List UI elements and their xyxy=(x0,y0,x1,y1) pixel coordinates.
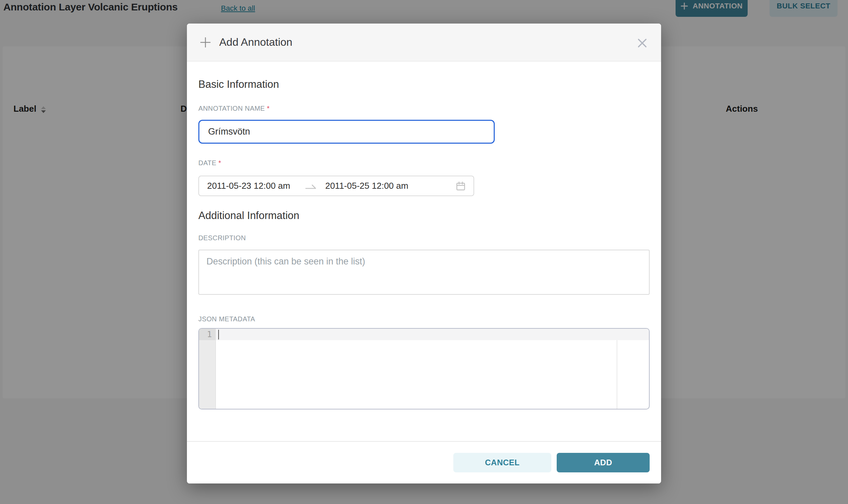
editor-line-number: 1 xyxy=(199,329,216,340)
editor-gutter xyxy=(199,329,216,409)
annotation-layer-page: Annotation Layer Volcanic Eruptions Back… xyxy=(0,0,848,504)
modal-body: Basic Information ANNOTATION NAME* DATE*… xyxy=(187,78,661,410)
add-annotation-modal: Add Annotation Basic Information ANNOTAT… xyxy=(187,23,661,484)
description-textarea[interactable] xyxy=(198,250,650,295)
annotation-name-input[interactable] xyxy=(198,120,495,144)
modal-title: Add Annotation xyxy=(219,36,292,49)
editor-cursor xyxy=(218,330,219,340)
date-start-value[interactable]: 2011-05-23 12:00 am xyxy=(207,181,290,191)
range-arrow-icon xyxy=(305,183,317,191)
modal-header: Add Annotation xyxy=(187,23,661,61)
date-label: DATE* xyxy=(198,159,650,167)
required-asterisk: * xyxy=(267,105,270,112)
modal-footer: CANCEL ADD xyxy=(187,441,661,484)
section-heading-additional: Additional Information xyxy=(198,210,650,222)
editor-print-margin xyxy=(617,340,617,409)
close-icon[interactable] xyxy=(636,36,649,50)
date-end-value[interactable]: 2011-05-25 12:00 am xyxy=(325,181,409,191)
editor-active-line xyxy=(216,329,649,340)
annotation-name-label: ANNOTATION NAME* xyxy=(198,105,650,112)
add-button[interactable]: ADD xyxy=(557,453,650,472)
description-label: DESCRIPTION xyxy=(198,234,650,242)
required-asterisk: * xyxy=(218,159,221,166)
plus-icon xyxy=(200,37,211,48)
calendar-icon[interactable] xyxy=(456,181,465,191)
section-heading-basic: Basic Information xyxy=(198,78,650,90)
json-metadata-label: JSON METADATA xyxy=(198,315,650,323)
date-range-picker[interactable]: 2011-05-23 12:00 am 2011-05-25 12:00 am xyxy=(198,176,474,196)
json-metadata-editor[interactable]: 1 xyxy=(198,328,650,410)
cancel-button[interactable]: CANCEL xyxy=(453,453,551,472)
